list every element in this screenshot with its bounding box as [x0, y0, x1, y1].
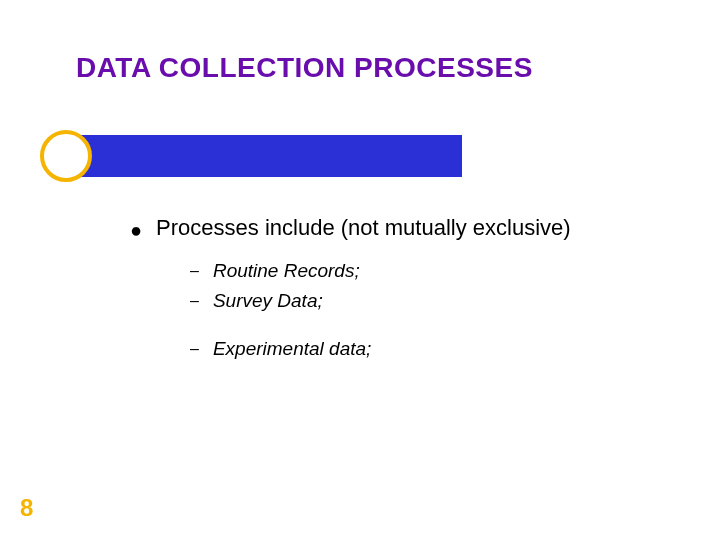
sub-item-text: Survey Data; — [213, 289, 323, 313]
sub-item: – Routine Records; — [190, 259, 680, 283]
sub-item-text: Routine Records; — [213, 259, 360, 283]
dash-icon: – — [190, 259, 199, 283]
bullet-text: Processes include (not mutually exclusiv… — [156, 215, 571, 241]
spacer — [190, 319, 680, 337]
sublist: – Routine Records; – Survey Data; – Expe… — [190, 259, 680, 361]
accent-circle-icon — [40, 130, 92, 182]
accent-bar — [62, 135, 462, 177]
slide-title: DATA COLLECTION PROCESSES — [76, 52, 533, 84]
sub-item-text: Experimental data; — [213, 337, 371, 361]
slide: DATA COLLECTION PROCESSES ● Processes in… — [0, 0, 720, 540]
dash-icon: – — [190, 337, 199, 361]
dash-icon: – — [190, 289, 199, 313]
bullet-level1: ● Processes include (not mutually exclus… — [130, 215, 680, 243]
content-area: ● Processes include (not mutually exclus… — [130, 215, 680, 367]
sub-item: – Survey Data; — [190, 289, 680, 313]
sub-item: – Experimental data; — [190, 337, 680, 361]
page-number: 8 — [20, 494, 33, 522]
bullet-icon: ● — [130, 217, 142, 243]
